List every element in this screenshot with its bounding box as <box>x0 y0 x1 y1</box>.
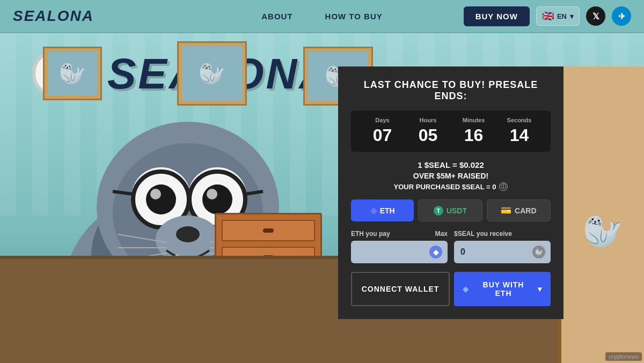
chevron-down-icon: ▾ <box>570 12 574 20</box>
eth-label-row: ETH you pay Max <box>351 230 448 238</box>
usdt-tab-icon: T <box>434 206 443 216</box>
seal-input-label: $SEAL you receive <box>454 230 512 238</box>
svg-point-16 <box>207 189 217 199</box>
seal-input-icon: 🦭 <box>532 246 545 258</box>
buy-now-button[interactable]: BUY NOW <box>464 6 530 26</box>
seconds-value: 14 <box>496 125 542 145</box>
seal-input-group: $SEAL you receive 🦭 <box>454 230 551 263</box>
presale-purchased: YOUR PURCHASED $SEAL = 0 ⓘ <box>351 182 551 191</box>
days-label: Days <box>360 117 405 123</box>
input-section: ETH you pay Max ◆ $SEAL you receive 🦭 <box>351 230 551 263</box>
max-label: Max <box>435 230 448 238</box>
svg-point-18 <box>176 226 200 242</box>
buy-eth-label: BUY WITH ETH <box>473 280 533 298</box>
eth-tab-label: ETH <box>380 206 395 215</box>
eth-tab-icon: ◆ <box>370 205 377 216</box>
eth-input-group: ETH you pay Max ◆ <box>351 230 448 263</box>
info-icon[interactable]: ⓘ <box>499 182 508 191</box>
dresser-drawer-1 <box>222 220 315 241</box>
eth-input-label: ETH you pay <box>351 230 390 238</box>
card-tab-label: CARD <box>515 206 536 215</box>
presale-widget: LAST CHANCE TO BUY! PRESALE ENDS: Days H… <box>338 66 564 319</box>
nav-how-to-buy[interactable]: How To Buy <box>325 12 383 21</box>
purchased-text: YOUR PURCHASED $SEAL = 0 <box>394 183 496 191</box>
eth-tab[interactable]: ◆ ETH <box>351 199 414 221</box>
action-buttons: CONNECT WALLET ◆ BUY WITH ETH ▾ <box>351 272 551 306</box>
minutes-value: 16 <box>451 125 496 145</box>
drawer-handle-1 <box>263 228 274 233</box>
eth-input-icon: ◆ <box>429 246 442 258</box>
lang-label: EN <box>557 12 567 20</box>
svg-point-14 <box>202 184 232 214</box>
payment-tabs: ◆ ETH T USDT 💳 CARD <box>351 199 551 221</box>
minutes-label: Minutes <box>451 117 496 123</box>
right-frame-content: 🦭 <box>561 66 644 363</box>
usdt-tab[interactable]: T USDT <box>418 199 482 221</box>
presale-rate: 1 $SEAL = $0.022 <box>351 160 551 169</box>
flag-icon: 🇬🇧 <box>542 10 554 22</box>
logo: SEALONA <box>13 8 94 25</box>
countdown-values: 07 05 16 14 <box>360 125 542 145</box>
hours-value: 05 <box>405 125 451 145</box>
buy-with-eth-button[interactable]: ◆ BUY WITH ETH ▾ <box>454 272 551 306</box>
hours-label: Hours <box>405 117 451 123</box>
telegram-icon[interactable]: ✈ <box>612 6 631 26</box>
seconds-label: Seconds <box>496 117 542 123</box>
seal-label-row: $SEAL you receive <box>454 230 551 238</box>
background-scene: SEALONA 🦭 🦭 🦭 <box>0 33 644 363</box>
chevron-down-icon: ▾ <box>538 285 542 293</box>
eth-input-wrapper: ◆ <box>351 241 448 263</box>
right-frame: 🦭 <box>558 66 644 363</box>
svg-point-13 <box>146 184 176 214</box>
navbar: SEALONA About How To Buy BUY NOW 🇬🇧 EN ▾… <box>0 0 644 33</box>
usdt-tab-label: USDT <box>447 206 467 215</box>
eth-btn-icon: ◆ <box>463 285 469 293</box>
countdown-labels: Days Hours Minutes Seconds <box>360 117 542 123</box>
seal-input-wrapper: 🦭 <box>454 241 551 263</box>
days-value: 07 <box>360 125 405 145</box>
card-tab[interactable]: 💳 CARD <box>487 199 551 221</box>
connect-wallet-button[interactable]: CONNECT WALLET <box>351 272 450 306</box>
countdown-timer: Days Hours Minutes Seconds 07 05 16 14 <box>351 110 551 152</box>
language-selector[interactable]: 🇬🇧 EN ▾ <box>536 6 580 26</box>
nav-links: About How To Buy <box>261 12 383 21</box>
card-tab-icon: 💳 <box>501 205 511 216</box>
cryptonews-badge: cryptonews <box>605 352 642 361</box>
nav-about[interactable]: About <box>261 12 292 21</box>
presale-title: LAST CHANCE TO BUY! PRESALE ENDS: <box>351 79 551 102</box>
presale-raised: OVER $5M+ RAISED! <box>351 172 551 180</box>
twitter-icon[interactable]: 𝕏 <box>586 6 605 26</box>
right-frame-icon: 🦭 <box>583 212 623 250</box>
nav-right: BUY NOW 🇬🇧 EN ▾ 𝕏 ✈ <box>464 6 631 26</box>
presale-info: 1 $SEAL = $0.022 OVER $5M+ RAISED! YOUR … <box>351 160 551 191</box>
svg-point-15 <box>150 189 161 199</box>
